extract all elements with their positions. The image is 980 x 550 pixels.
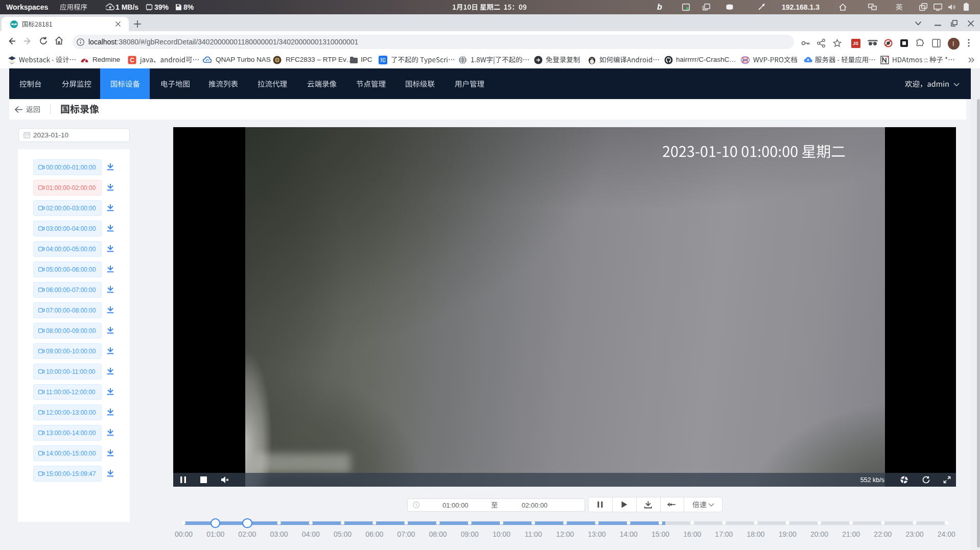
svg-text:C: C (130, 57, 134, 64)
svg-text:WVP: WVP (742, 59, 749, 62)
